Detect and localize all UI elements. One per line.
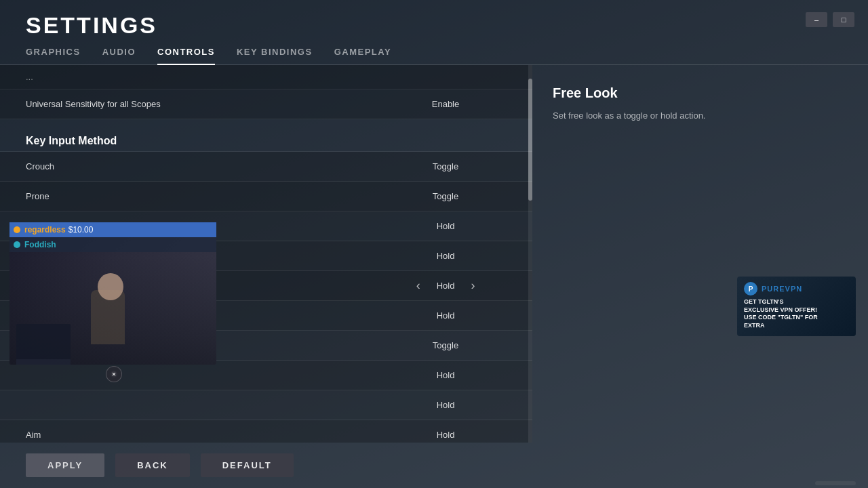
tab-audio[interactable]: AUDIO xyxy=(102,47,136,65)
prone-label: Prone xyxy=(26,191,384,201)
free-look-value: ‹ Hold › xyxy=(384,277,507,294)
bottom-bar: APPLY BACK DEFAULT xyxy=(0,443,868,488)
row-9-value[interactable]: Hold xyxy=(384,400,507,410)
chat-username-1: regardless xyxy=(24,225,66,235)
back-button[interactable]: BACK xyxy=(115,453,190,477)
header: SETTINGS xyxy=(0,0,868,39)
free-look-current-value: Hold xyxy=(437,281,455,291)
scrollbar-track xyxy=(528,65,532,443)
tabs-bar: GRAPHICS AUDIO CONTROLS KEY BINDINGS GAM… xyxy=(0,39,868,65)
row-9: Hold xyxy=(0,390,532,420)
ad-discount: 10% OFF xyxy=(744,333,849,336)
walk-value[interactable]: Hold xyxy=(384,221,507,231)
chat-item-2: Foddish xyxy=(9,237,216,252)
window-controls: – □ xyxy=(806,12,854,27)
chat-username-2: Foddish xyxy=(24,240,56,249)
universal-sensitivity-value[interactable]: Enable xyxy=(384,99,507,109)
help-title: Free Look xyxy=(553,85,824,101)
key-input-title: Key Input Method xyxy=(26,135,117,147)
row-6-value[interactable]: Hold xyxy=(384,310,507,321)
close-icon xyxy=(111,371,117,378)
truncated-label: ... xyxy=(26,72,384,82)
close-webcam-button[interactable] xyxy=(106,366,122,382)
maximize-button[interactable]: □ xyxy=(833,12,854,27)
prone-value[interactable]: Toggle xyxy=(384,191,507,201)
chat-dot-2 xyxy=(14,241,20,248)
row-7-value[interactable]: Toggle xyxy=(384,340,507,350)
help-description: Set free look as a toggle or hold action… xyxy=(553,109,824,123)
chat-dot-1 xyxy=(14,226,20,233)
key-input-section-header: Key Input Method xyxy=(0,119,532,152)
prone-row: Prone Toggle xyxy=(0,182,532,211)
ad-logo: P PUREVPN xyxy=(744,282,849,296)
row-4-value[interactable]: Hold xyxy=(384,251,507,261)
ad-headline: GET TGLTN'SEXCLUSIVE VPN OFFER!USE CODE … xyxy=(744,298,849,330)
arrow-left-button[interactable]: ‹ xyxy=(411,277,426,294)
person-head xyxy=(98,273,123,300)
tab-gameplay[interactable]: GAMEPLAY xyxy=(334,47,391,65)
aim-label: Aim xyxy=(26,430,384,440)
default-button[interactable]: DEFAULT xyxy=(201,453,294,477)
monitor-silhouette xyxy=(16,324,71,365)
tab-keybindings[interactable]: KEY BINDINGS xyxy=(237,47,313,65)
tab-controls[interactable]: CONTROLS xyxy=(157,47,215,65)
universal-sensitivity-label: Universal Sensitivity for all Scopes xyxy=(26,99,384,109)
purevpn-icon: P xyxy=(744,282,757,296)
chat-overlay: regardless $10.00 Foddish xyxy=(9,222,216,252)
right-panel: Free Look Set free look as a toggle or h… xyxy=(532,65,844,443)
universal-sensitivity-row: Universal Sensitivity for all Scopes Ena… xyxy=(0,89,532,119)
chat-item-1: regardless $10.00 xyxy=(9,222,216,237)
crouch-row: Crouch Toggle xyxy=(0,152,532,182)
page-title: SETTINGS xyxy=(26,12,842,39)
monitor-base xyxy=(16,359,71,365)
crouch-label: Crouch xyxy=(26,161,384,171)
arrow-right-button[interactable]: › xyxy=(465,277,480,294)
ad-brand-name: PUREVPN xyxy=(762,285,802,293)
row-8: Hold xyxy=(0,361,532,390)
apply-button[interactable]: APPLY xyxy=(26,453,104,477)
ad-banner[interactable]: P PUREVPN GET TGLTN'SEXCLUSIVE VPN OFFER… xyxy=(737,277,856,336)
minimize-button[interactable]: – xyxy=(806,12,827,27)
chat-amount-1: $10.00 xyxy=(68,225,94,235)
aim-value[interactable]: Hold xyxy=(384,430,507,440)
crouch-value[interactable]: Toggle xyxy=(384,161,507,171)
aim-row: Aim Hold xyxy=(0,420,532,443)
row-8-value[interactable]: Hold xyxy=(384,370,507,380)
scrollbar-thumb[interactable] xyxy=(528,79,532,201)
tab-graphics[interactable]: GRAPHICS xyxy=(26,47,81,65)
truncated-row: ... xyxy=(0,65,532,89)
